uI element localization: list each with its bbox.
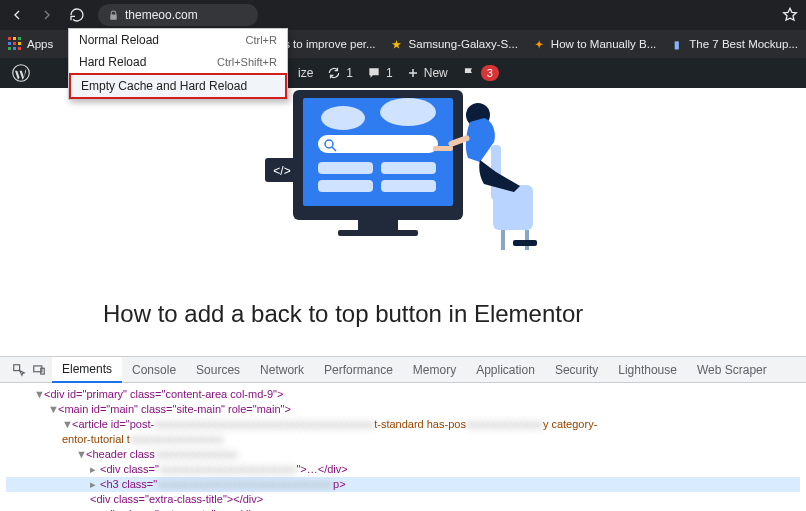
reload-context-menu: Normal Reload Ctrl+R Hard Reload Ctrl+Sh… [68, 28, 288, 100]
devtools-tab-security[interactable]: Security [545, 357, 608, 383]
svg-rect-6 [8, 47, 11, 50]
svg-rect-4 [13, 42, 16, 45]
svg-rect-2 [18, 37, 21, 40]
devtools-panel: Elements Console Sources Network Perform… [0, 356, 806, 511]
svg-rect-1 [13, 37, 16, 40]
bookmark-item[interactable]: ★Samsung-Galaxy-S... [390, 37, 518, 51]
ctx-normal-reload[interactable]: Normal Reload Ctrl+R [69, 29, 287, 51]
svg-rect-8 [18, 47, 21, 50]
wp-updates[interactable]: 1 [327, 66, 353, 80]
hero-illustration: </> [0, 90, 806, 260]
browser-toolbar: themeoo.com [0, 0, 806, 30]
devtools-elements-tree[interactable]: ▼<div id="primary" class="content-area c… [0, 383, 806, 511]
plus-icon [407, 67, 419, 79]
wp-comments[interactable]: 1 [367, 66, 393, 80]
bookmark-label: How to Manually B... [551, 38, 656, 50]
ctx-label: Normal Reload [79, 33, 159, 47]
bookmark-label: Samsung-Galaxy-S... [409, 38, 518, 50]
svg-rect-22 [318, 180, 373, 192]
flag-icon [462, 66, 476, 80]
svg-rect-0 [8, 37, 11, 40]
address-bar[interactable]: themeoo.com [98, 4, 258, 26]
svg-point-15 [321, 106, 365, 130]
svg-rect-23 [381, 180, 436, 192]
wp-notifications[interactable]: 3 [462, 65, 499, 81]
svg-rect-32 [433, 146, 453, 151]
devtools-tab-network[interactable]: Network [250, 357, 314, 383]
ctx-empty-cache-hard-reload[interactable]: Empty Cache and Hard Reload [69, 73, 287, 99]
svg-rect-14 [338, 230, 418, 236]
devtools-tab-webscraper[interactable]: Web Scraper [687, 357, 777, 383]
svg-rect-33 [513, 240, 537, 246]
wordpress-icon[interactable] [12, 64, 30, 82]
svg-rect-7 [13, 47, 16, 50]
wp-customize-fragment[interactable]: ize [298, 66, 313, 80]
url-text: themeoo.com [125, 8, 198, 22]
star-icon: ★ [390, 37, 404, 51]
devtools-tab-console[interactable]: Console [122, 357, 186, 383]
bookmark-item[interactable]: ✦How to Manually B... [532, 37, 656, 51]
devtools-tab-application[interactable]: Application [466, 357, 545, 383]
comment-icon [367, 66, 381, 80]
bookmark-star-icon[interactable] [782, 7, 798, 23]
bookmark-label: The 7 Best Mockup... [689, 38, 798, 50]
svg-rect-28 [501, 230, 505, 250]
page-content: </> How to add a back to top button in E… [0, 88, 806, 356]
bookmark-favicon: ▮ [670, 37, 684, 51]
svg-rect-5 [18, 42, 21, 45]
illustration-svg: </> [233, 90, 573, 260]
devtools-tabs: Elements Console Sources Network Perform… [0, 357, 806, 383]
devtools-tab-elements[interactable]: Elements [52, 357, 122, 383]
devtools-tab-memory[interactable]: Memory [403, 357, 466, 383]
ctx-label: Hard Reload [79, 55, 146, 69]
svg-rect-21 [381, 162, 436, 174]
forward-button[interactable] [38, 6, 56, 24]
ctx-label: Empty Cache and Hard Reload [81, 79, 247, 93]
ctx-hard-reload[interactable]: Hard Reload Ctrl+Shift+R [69, 51, 287, 73]
reload-button[interactable] [68, 6, 86, 24]
svg-rect-20 [318, 162, 373, 174]
page-title: How to add a back to top button in Eleme… [103, 300, 703, 328]
updates-icon [327, 66, 341, 80]
inspect-icon[interactable] [12, 363, 26, 377]
svg-rect-13 [358, 220, 398, 230]
bookmark-item[interactable]: ▮The 7 Best Mockup... [670, 37, 798, 51]
wp-notif-badge: 3 [481, 65, 499, 81]
svg-text:</>: </> [273, 164, 290, 178]
wp-updates-count: 1 [346, 66, 353, 80]
svg-rect-3 [8, 42, 11, 45]
apps-grid-icon [8, 37, 22, 51]
apps-label: Apps [27, 38, 53, 50]
devtools-tab-sources[interactable]: Sources [186, 357, 250, 383]
device-toggle-icon[interactable] [32, 363, 46, 377]
ctx-shortcut: Ctrl+R [246, 34, 277, 46]
back-button[interactable] [8, 6, 26, 24]
wp-new-label: New [424, 66, 448, 80]
bookmark-favicon: ✦ [532, 37, 546, 51]
devtools-tab-lighthouse[interactable]: Lighthouse [608, 357, 687, 383]
wp-new[interactable]: New [407, 66, 448, 80]
devtools-tab-performance[interactable]: Performance [314, 357, 403, 383]
lock-icon [108, 10, 119, 21]
apps-button[interactable]: Apps [8, 37, 53, 51]
wp-comments-count: 1 [386, 66, 393, 80]
ctx-shortcut: Ctrl+Shift+R [217, 56, 277, 68]
svg-point-16 [380, 98, 436, 126]
